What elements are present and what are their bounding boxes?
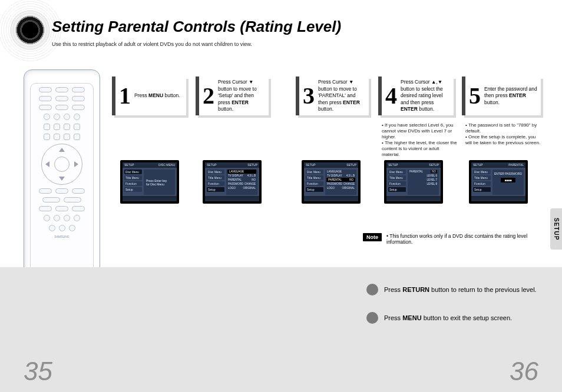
page-number-right: 36 [510, 357, 538, 386]
step-2-num: 2 [203, 84, 214, 108]
screenshot-1: SETUPDISC MENU Disc Menu Title Menu Func… [120, 160, 179, 204]
step-3-text: Press Cursor ▼ button to move to 'PARENT… [318, 79, 365, 112]
hint-menu: Press MENU button to exit the setup scre… [366, 312, 512, 324]
step-1-num: 1 [119, 84, 131, 108]
step-4: 4 Press Cursor ▲,▼ button to select the … [378, 77, 454, 115]
note-label: Note [363, 233, 382, 241]
speaker-icon [4, 4, 57, 57]
screenshot-5: SETUPPARENTAL Disc Menu Title Menu Funct… [469, 160, 528, 204]
manual-page: Setting Parental Controls (Rating Level)… [0, 0, 562, 392]
step-3-num: 3 [303, 84, 315, 108]
step-2: 2 Press Cursor ▼ button to move to 'Setu… [196, 77, 269, 115]
return-icon [366, 284, 378, 295]
note-row: Note This function works only if a DVD d… [363, 233, 542, 245]
step-2-text: Press Cursor ▼ button to move to 'Setup'… [218, 79, 265, 112]
step-5: 5 Enter the password and then press ENTE… [462, 77, 541, 115]
screenshot-3: SETUPSETUP Disc Menu Title Menu Function… [302, 160, 361, 204]
step-4-num: 4 [385, 84, 397, 108]
screenshot-2: SETUPSETUP Disc Menu Title Menu Function… [203, 160, 262, 204]
hint-return: Press RETURN button to return to the pre… [366, 284, 537, 295]
page-subtitle: Use this to restrict playback of adult o… [52, 41, 252, 47]
step-4-text: Press Cursor ▲,▼ button to select the de… [401, 79, 450, 112]
section-tab: SETUP [550, 208, 562, 250]
note-text: This function works only if a DVD disc c… [386, 233, 542, 245]
bottom-panel: Press RETURN button to return to the pre… [0, 267, 562, 392]
step-1: 1 Press MENU button. [112, 77, 186, 115]
page-number-left: 35 [24, 357, 52, 386]
step-5-num: 5 [469, 84, 481, 108]
step-3: 3 Press Cursor ▼ button to move to 'PARE… [296, 77, 369, 115]
step-4-info: If you have selected Level 6, you cannot… [382, 122, 458, 158]
step-1-text: Press MENU button. [134, 92, 180, 99]
page-title: Setting Parental Controls (Rating Level) [52, 18, 341, 36]
step-5-text: Enter the password and then press ENTER … [484, 86, 537, 106]
step-5-info: The password is set to "7890" by default… [465, 122, 542, 146]
menu-icon [366, 312, 378, 324]
screenshot-4: SETUPSETUP Disc Menu Title Menu Function… [384, 160, 443, 204]
